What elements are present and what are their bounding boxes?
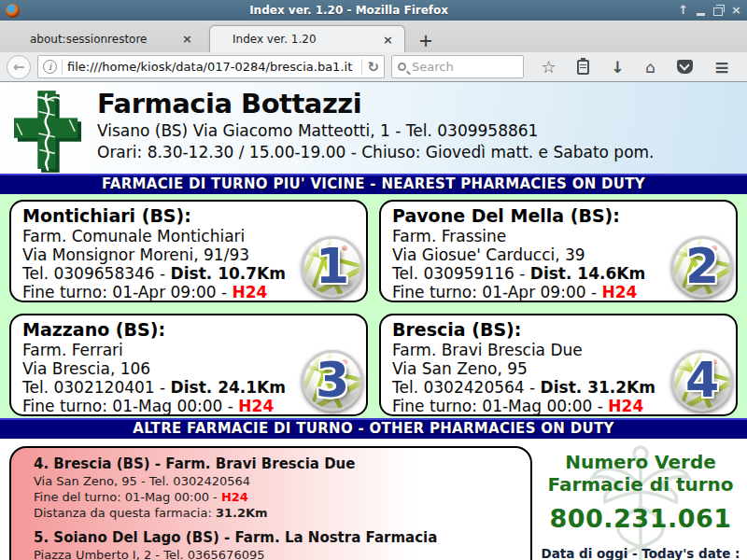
h24-badge: H24: [221, 490, 248, 504]
hamburger-menu-icon[interactable]: ≡: [714, 56, 730, 78]
pharmacy-address: Visano (BS) Via Giacomo Matteotti, 1 - T…: [97, 120, 655, 142]
pharmacy-hours: Orari: 8.30-12.30 / 15.00-19.00 - Chiuso…: [97, 142, 655, 163]
h24-badge: H24: [238, 397, 274, 415]
card-town: Mazzano (BS):: [22, 318, 357, 341]
divider: [62, 59, 63, 75]
rank-badge: 4: [671, 350, 733, 412]
url-input[interactable]: [67, 60, 357, 74]
banner-other-pharmacies: ALTRE FARMACIE DI TURNO - OTHER PHARMACI…: [0, 418, 747, 439]
rank-badge: 2: [671, 236, 733, 298]
tab-index[interactable]: Index ver. 1.20 ×: [209, 25, 405, 52]
window-title: Index ver. 1.20 - Mozilla Firefox: [20, 4, 678, 17]
card-town: Montichiari (BS):: [22, 204, 357, 227]
h24-badge: H24: [232, 283, 267, 301]
rank-number: 2: [674, 239, 730, 295]
tab-close-icon[interactable]: ×: [381, 33, 395, 47]
pharmacy-card: Brescia (BS): Farm. Bravi Brescia Due Vi…: [379, 314, 738, 416]
rank-number: 4: [674, 353, 730, 409]
green-number-title: Numero Verde: [534, 451, 747, 473]
green-number-phone: 800.231.061: [534, 504, 747, 533]
h24-badge: H24: [601, 283, 637, 301]
divider: [361, 59, 362, 75]
back-button[interactable]: ←: [7, 55, 31, 79]
pharmacy-card: Mazzano (BS): Farm. Ferrari Via Brescia,…: [9, 314, 368, 416]
tab-label: about:sessionrestore: [30, 33, 180, 46]
tab-close-icon[interactable]: ×: [180, 32, 194, 46]
minimize-button[interactable]: [697, 13, 705, 16]
rank-number: 1: [304, 239, 360, 295]
close-button[interactable]: ×: [731, 5, 741, 16]
new-tab-button[interactable]: +: [418, 33, 433, 48]
list-item-title: 5. Soiano Del Lago (BS) - Farm. La Nostr…: [34, 529, 521, 547]
page-content: Farmacia Bottazzi Visano (BS) Via Giacom…: [0, 82, 747, 560]
pharmacy-card: Montichiari (BS): Farm. Comunale Montich…: [9, 200, 368, 302]
reload-icon[interactable]: ↻: [367, 59, 379, 76]
search-input[interactable]: [412, 60, 517, 74]
tab-label: Index ver. 1.20: [233, 33, 381, 46]
rank-badge: 1: [302, 236, 363, 298]
page-info-icon[interactable]: i: [43, 60, 57, 74]
pocket-icon[interactable]: [677, 60, 693, 74]
bookmark-star-icon[interactable]: ☆: [541, 57, 556, 77]
list-item-address: Via San Zeno, 95 - Tel. 0302420564: [34, 473, 521, 489]
rank-badge: 3: [302, 350, 363, 412]
nearest-pharmacies-grid: Montichiari (BS): Farm. Comunale Montich…: [0, 194, 747, 418]
other-pharmacies-list: 4. Brescia (BS) - Farm. Bravi Brescia Du…: [9, 446, 532, 560]
card-town: Brescia (BS):: [392, 318, 726, 341]
green-number-panel: Numero Verde Farmacie di turno 800.231.0…: [534, 439, 747, 560]
card-town: Pavone Del Mella (BS):: [392, 204, 726, 227]
restore-button[interactable]: [713, 7, 723, 16]
tab-bar: about:sessionrestore × Index ver. 1.20 ×…: [0, 21, 747, 52]
rollup-button[interactable]: ↑: [678, 5, 688, 16]
window-titlebar: Index ver. 1.20 - Mozilla Firefox ↑ ×: [0, 0, 747, 21]
downloads-icon[interactable]: ↓: [611, 58, 624, 77]
search-bar[interactable]: [391, 55, 524, 78]
list-item-address: Piazza Umberto I, 2 - Tel. 0365676095: [34, 547, 521, 560]
list-item-distance: Distanza da questa farmacia: 31.2Km: [34, 505, 521, 521]
search-icon: [398, 63, 406, 71]
tab-sessionrestore[interactable]: about:sessionrestore ×: [7, 25, 204, 52]
pharmacy-name: Farmacia Bottazzi: [97, 87, 655, 120]
rank-number: 3: [304, 353, 360, 409]
green-number-subtitle: Farmacie di turno: [534, 473, 747, 496]
list-item-shift: Fine del turno: 01-Mag 00:00 - H24: [34, 489, 521, 505]
pharmacy-cross-logo: [13, 90, 82, 174]
navigation-toolbar: ← i ↻ ☆ ↓ ⌂ ≡: [0, 52, 747, 82]
pharmacy-card: Pavone Del Mella (BS): Farm. Frassine Vi…: [379, 200, 738, 302]
banner-nearest-pharmacies: FARMACIE DI TURNO PIU' VICINE - NEAREST …: [0, 174, 747, 194]
pharmacy-header: Farmacia Bottazzi Visano (BS) Via Giacom…: [0, 82, 747, 174]
url-bar[interactable]: i ↻: [37, 55, 385, 78]
firefox-icon: [6, 4, 20, 18]
bottom-section: 4. Brescia (BS) - Farm. Bravi Brescia Du…: [0, 439, 747, 560]
todays-date-label: Data di oggi - Today's date :: [534, 546, 747, 560]
bookmarks-list-icon[interactable]: [577, 60, 589, 75]
list-item-title: 4. Brescia (BS) - Farm. Bravi Brescia Du…: [34, 455, 521, 473]
home-icon[interactable]: ⌂: [645, 58, 655, 77]
h24-badge: H24: [608, 397, 643, 415]
